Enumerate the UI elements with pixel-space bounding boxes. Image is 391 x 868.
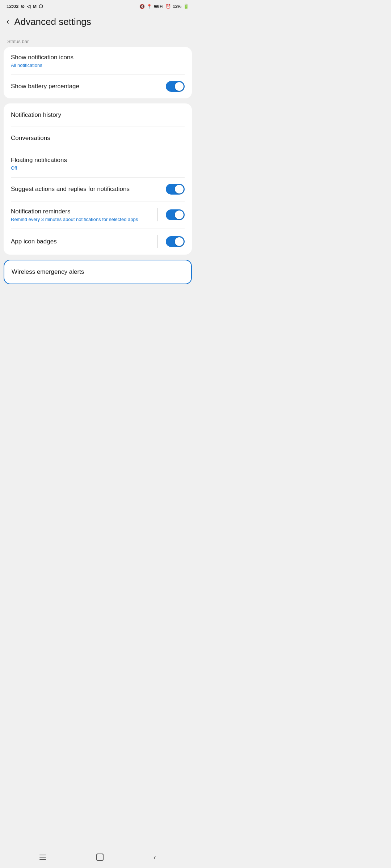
battery-percentage-toggle-knob [175,82,184,91]
app-icon-badges-toggle-knob [175,237,184,246]
show-battery-percentage-text: Show battery percentage [11,82,161,90]
conversations-text: Conversations [11,134,185,142]
suggest-actions-toggle-knob [175,185,184,193]
status-right: 🔇 📍 WiFi ⏰ 13% 🔋 [139,4,189,9]
floating-notifications-title: Floating notifications [11,156,185,164]
notification-card: Notification history Conversations Float… [4,103,192,255]
notification-history-row[interactable]: Notification history [4,103,192,127]
conversations-row[interactable]: Conversations [4,127,192,150]
conversations-title: Conversations [11,134,185,142]
timer-icon: ⊙ [21,4,25,9]
battery-icon: 🔋 [183,4,189,9]
status-bar-card: Show notification icons All notification… [4,47,192,98]
floating-notifications-text: Floating notifications Off [11,156,185,171]
floating-notifications-row[interactable]: Floating notifications Off [4,150,192,177]
wireless-emergency-alerts-row[interactable]: Wireless emergency alerts [4,260,191,284]
location-icon: 📍 [147,4,152,9]
app-icon-badges-toggle[interactable] [166,236,185,247]
secure-icon: ⬡ [39,4,43,9]
suggest-actions-toggle[interactable] [166,184,185,195]
battery-percent: 13% [173,4,181,9]
notification-reminders-row[interactable]: Notification reminders Remind every 3 mi… [4,201,192,229]
notification-reminders-toggle-knob [175,210,184,219]
app-icon-badges-title: App icon badges [11,238,157,246]
wireless-emergency-alerts-text: Wireless emergency alerts [12,268,184,276]
suggest-actions-title: Suggest actions and replies for notifica… [11,185,161,193]
toggle-divider-1 [157,208,158,221]
notification-reminders-toggle-container [157,208,185,221]
back-button[interactable]: ‹ [5,16,10,28]
mail-icon: M [33,4,37,9]
page-title: Advanced settings [14,16,91,27]
status-bar-section-label: Status bar [0,34,196,47]
app-icon-badges-text: App icon badges [11,238,157,246]
notification-reminders-text: Notification reminders Remind every 3 mi… [11,208,157,222]
show-notification-icons-title: Show notification icons [11,54,185,61]
notification-history-text: Notification history [11,111,185,119]
floating-notifications-subtitle: Off [11,165,185,171]
status-time: 12:03 [7,4,18,9]
status-left: 12:03 ⊙ ◁ M ⬡ [7,4,43,9]
show-battery-percentage-row[interactable]: Show battery percentage [4,75,192,98]
toggle-divider-2 [157,235,158,248]
wireless-alerts-card: Wireless emergency alerts [4,260,192,284]
show-notification-icons-subtitle: All notifications [11,63,185,68]
app-icon-badges-toggle-container [157,235,185,248]
show-notification-icons-text: Show notification icons All notification… [11,54,185,68]
wireless-emergency-alerts-title: Wireless emergency alerts [12,268,184,276]
wifi-icon: WiFi [154,4,164,9]
mute-status-icon: 🔇 [139,4,145,9]
mute-icon: ◁ [27,4,30,9]
notification-history-title: Notification history [11,111,185,119]
suggest-actions-text: Suggest actions and replies for notifica… [11,185,161,193]
notification-reminders-title: Notification reminders [11,208,157,216]
suggest-actions-row[interactable]: Suggest actions and replies for notifica… [4,177,192,201]
notification-reminders-subtitle: Remind every 3 minutes about notificatio… [11,217,157,222]
show-notification-icons-row[interactable]: Show notification icons All notification… [4,47,192,75]
notification-reminders-toggle[interactable] [166,209,185,220]
app-icon-badges-row[interactable]: App icon badges [4,229,192,255]
alarm-icon: ⏰ [165,4,171,9]
battery-percentage-toggle[interactable] [166,81,185,92]
status-bar: 12:03 ⊙ ◁ M ⬡ 🔇 📍 WiFi ⏰ 13% 🔋 [0,0,196,11]
show-battery-percentage-title: Show battery percentage [11,82,161,90]
header: ‹ Advanced settings [0,11,196,34]
